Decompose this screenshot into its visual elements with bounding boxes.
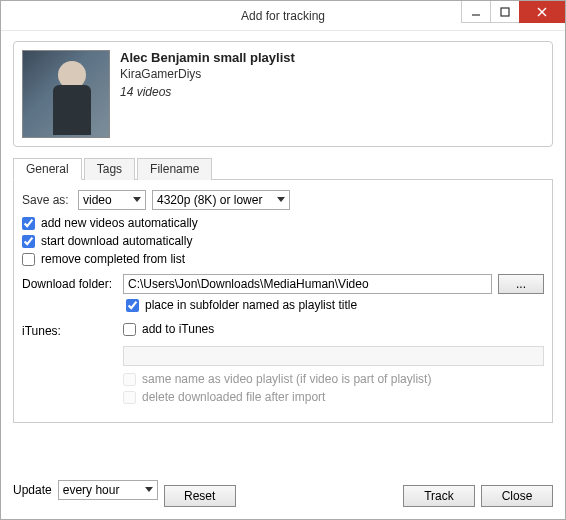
playlist-title: Alec Benjamin small playlist bbox=[120, 50, 295, 65]
playlist-author: KiraGamerDiys bbox=[120, 67, 295, 81]
update-label: Update bbox=[13, 483, 52, 497]
chk-start-download[interactable] bbox=[22, 235, 35, 248]
chk-delete-after bbox=[123, 391, 136, 404]
minimize-button[interactable] bbox=[461, 1, 491, 23]
chk-add-itunes[interactable] bbox=[123, 323, 136, 336]
chk-add-new-videos-label: add new videos automatically bbox=[41, 216, 198, 230]
tab-panel-general: Save as: video 4320p (8K) or lower add n… bbox=[13, 179, 553, 423]
reset-button[interactable]: Reset bbox=[164, 485, 236, 507]
save-as-label: Save as: bbox=[22, 193, 72, 207]
close-window-button[interactable] bbox=[519, 1, 565, 23]
update-interval-select[interactable]: every hour bbox=[58, 480, 158, 500]
chk-same-name-label: same name as video playlist (if video is… bbox=[142, 372, 431, 386]
save-as-quality-select[interactable]: 4320p (8K) or lower bbox=[152, 190, 290, 210]
playlist-thumbnail bbox=[22, 50, 110, 138]
chk-remove-completed-label: remove completed from list bbox=[41, 252, 185, 266]
chk-remove-completed[interactable] bbox=[22, 253, 35, 266]
titlebar: Add for tracking bbox=[1, 1, 565, 31]
window-controls bbox=[462, 1, 565, 23]
chk-subfolder[interactable] bbox=[126, 299, 139, 312]
svg-rect-1 bbox=[501, 8, 509, 16]
download-folder-label: Download folder: bbox=[22, 277, 117, 291]
itunes-label: iTunes: bbox=[22, 322, 117, 408]
playlist-count: 14 videos bbox=[120, 85, 295, 99]
maximize-button[interactable] bbox=[490, 1, 520, 23]
chk-add-new-videos[interactable] bbox=[22, 217, 35, 230]
tab-general[interactable]: General bbox=[13, 158, 82, 180]
chk-subfolder-label: place in subfolder named as playlist tit… bbox=[145, 298, 357, 312]
itunes-playlist-select bbox=[123, 346, 544, 366]
tab-tags[interactable]: Tags bbox=[84, 158, 135, 180]
chk-delete-after-label: delete downloaded file after import bbox=[142, 390, 325, 404]
chk-start-download-label: start download automatically bbox=[41, 234, 192, 248]
track-button[interactable]: Track bbox=[403, 485, 475, 507]
chk-add-itunes-label: add to iTunes bbox=[142, 322, 214, 336]
browse-button[interactable]: ... bbox=[498, 274, 544, 294]
playlist-panel: Alec Benjamin small playlist KiraGamerDi… bbox=[13, 41, 553, 147]
tab-filename[interactable]: Filename bbox=[137, 158, 212, 180]
save-as-type-select[interactable]: video bbox=[78, 190, 146, 210]
close-button[interactable]: Close bbox=[481, 485, 553, 507]
window-title: Add for tracking bbox=[241, 9, 325, 23]
download-folder-input[interactable] bbox=[123, 274, 492, 294]
chk-same-name bbox=[123, 373, 136, 386]
